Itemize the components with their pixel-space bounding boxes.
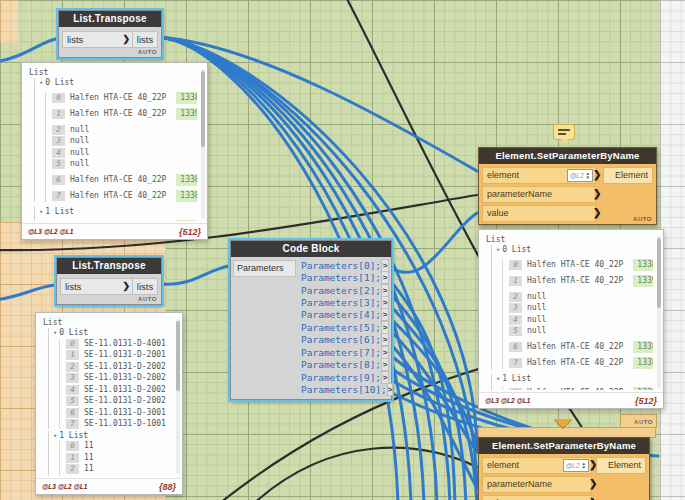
list-group-label[interactable]: ▾0 List <box>496 245 653 254</box>
code-line[interactable]: Parameters[2];> <box>295 284 390 296</box>
code-line[interactable]: Parameters[1];> <box>295 271 390 283</box>
note-line <box>558 133 566 135</box>
list-item: 6Halfen HTA-CE 40_22P13387957 <box>509 341 653 353</box>
code-output-port[interactable]: > <box>381 321 389 334</box>
expander-icon[interactable]: ▾ <box>496 375 500 383</box>
lacing-badge[interactable]: AUTO <box>138 296 157 302</box>
value-chip: 13389849 <box>633 387 653 390</box>
list-group-label[interactable]: ▾1 List <box>53 431 172 440</box>
code-output-port[interactable]: > <box>381 358 389 371</box>
value-chip: 13389849 <box>176 220 197 221</box>
node-list-transpose-2[interactable]: List.Transpose lists ❯ lists AUTO <box>56 257 162 305</box>
code-line[interactable]: Parameters[5];> <box>295 321 390 333</box>
list-group-label[interactable]: ▾1 List <box>496 374 653 383</box>
level-spinner-icon[interactable]: ▲▼ <box>582 462 586 470</box>
output-port-element[interactable]: Element <box>596 457 646 474</box>
list-preview: List ▾0 List0SE-11.0131-D-40011SE-11.013… <box>43 318 172 476</box>
output-port-lists[interactable]: lists <box>132 278 158 295</box>
use-levels-control[interactable]: @L2 ▲▼ <box>563 459 589 472</box>
input-port-value[interactable]: value <box>482 205 596 222</box>
node-set-parameter-bottom[interactable]: Element.SetParameterByName element @L2 ▲… <box>478 437 650 500</box>
list-group-label[interactable]: ▾1 List <box>39 207 197 216</box>
item-count: {512} <box>635 396 657 406</box>
levels-label[interactable]: @L3 @L2 @L1 <box>485 397 530 404</box>
expander-icon[interactable]: ▾ <box>53 329 57 337</box>
item-text: SE-11.0131-D-2001 <box>84 350 166 359</box>
input-chevron-icon: ❯ <box>122 32 130 47</box>
levels-label[interactable]: @L3 @L2 @L1 <box>42 483 87 490</box>
code-line[interactable]: Parameters[9];> <box>295 371 390 383</box>
output-port-element[interactable]: Element <box>603 167 653 184</box>
code-line[interactable]: Parameters[0];> <box>295 259 390 271</box>
preview-bubble-left[interactable]: List ▾0 List0Halfen HTA-CE 40_22P1338945… <box>21 62 208 240</box>
code-line[interactable]: Parameters[4];> <box>295 309 390 321</box>
list-item: 1Halfen HTA-CE 40_22P13390138 <box>52 108 197 120</box>
node-title[interactable]: Code Block <box>231 241 391 257</box>
list-preview: List ▾0 List0Halfen HTA-CE 40_22P1338945… <box>29 68 197 221</box>
port-chevron-icon[interactable]: ❯ <box>593 207 601 218</box>
port-chevron-icon[interactable]: ❯ <box>589 478 597 489</box>
port-chevron-icon[interactable]: ❯ <box>593 188 601 199</box>
code-line[interactable]: Parameters[6];> <box>295 334 390 346</box>
code-output-port[interactable]: > <box>387 383 394 396</box>
node-set-parameter-top[interactable]: Element.SetParameterByName element @L2 ▲… <box>478 147 657 225</box>
code-output-port[interactable]: > <box>381 346 389 359</box>
scrollbar-thumb[interactable] <box>201 71 205 147</box>
scrollbar-thumb[interactable] <box>657 238 661 308</box>
item-index: 6 <box>509 342 522 352</box>
level-value: @L2 <box>570 168 584 183</box>
preview-bubble-right[interactable]: List ▾0 List0Halfen HTA-CE 40_22P1338945… <box>478 229 664 409</box>
input-port-parametername[interactable]: parameterName <box>482 476 592 493</box>
list-item: 4null <box>52 148 197 158</box>
code-line[interactable]: Parameters[7];> <box>295 346 390 358</box>
input-port-value[interactable]: value <box>482 495 592 500</box>
lacing-badge[interactable]: AUTO <box>633 216 652 222</box>
list-group-label[interactable]: ▾0 List <box>53 328 172 337</box>
expander-icon[interactable]: ▾ <box>496 246 500 254</box>
expander-icon[interactable]: ▾ <box>39 79 43 87</box>
code-line[interactable]: Parameters[3];> <box>295 296 390 308</box>
node-title[interactable]: Element.SetParameterByName <box>479 148 656 164</box>
code-block-lines[interactable]: Parameters[0];>Parameters[1];>Parameters… <box>295 259 390 396</box>
code-line[interactable]: Parameters[10];> <box>295 383 390 395</box>
code-output-port[interactable]: > <box>381 333 389 346</box>
code-output-port[interactable]: > <box>381 271 389 284</box>
node-title[interactable]: Element.SetParameterByName <box>479 438 649 454</box>
input-port-parametername[interactable]: parameterName <box>482 186 596 203</box>
node-list-transpose-1[interactable]: List.Transpose lists ❯ lists AUTO <box>58 10 162 58</box>
port-chevron-icon[interactable]: ❯ <box>593 169 601 180</box>
input-port-element[interactable]: element @L2 ▲▼ <box>482 167 596 184</box>
input-port-lists[interactable]: lists ❯ <box>60 278 134 295</box>
levels-label[interactable]: @L3 @L2 @L1 <box>28 228 73 235</box>
use-levels-control[interactable]: @L2 ▲▼ <box>567 169 593 182</box>
code-output-port[interactable]: > <box>381 371 389 384</box>
preview-bubble-bottom[interactable]: List ▾0 List0SE-11.0131-D-40011SE-11.013… <box>35 312 183 495</box>
input-port-label: value <box>487 208 509 218</box>
input-port-lists[interactable]: lists ❯ <box>62 31 134 48</box>
value-chip: 13389064 <box>176 190 197 202</box>
collapse-chevron-icon[interactable] <box>554 419 572 428</box>
output-port-lists[interactable]: lists <box>132 31 158 48</box>
note-icon[interactable] <box>553 124 575 140</box>
dynamo-canvas[interactable]: List.Transpose lists ❯ lists AUTO List ▾… <box>0 0 685 500</box>
item-text: Halfen HTA-CE 40_22P <box>527 358 623 367</box>
code-output-port[interactable]: > <box>381 296 389 309</box>
code-output-port[interactable]: > <box>381 284 389 297</box>
list-group-label[interactable]: ▾0 List <box>39 78 197 87</box>
expander-icon[interactable]: ▾ <box>39 208 43 216</box>
lacing-badge[interactable]: AUTO <box>138 49 157 55</box>
code-output-port[interactable]: > <box>381 259 389 272</box>
scrollbar-thumb[interactable] <box>176 321 180 391</box>
code-line[interactable]: Parameters[8];> <box>295 359 390 371</box>
node-code-block[interactable]: Code Block Parameters Parameters[0];>Par… <box>230 240 392 400</box>
input-port-element[interactable]: element @L2 ▲▼ <box>482 457 592 474</box>
output-port-label: Element <box>608 460 641 470</box>
node-title[interactable]: List.Transpose <box>59 11 161 27</box>
expander-icon[interactable]: ▾ <box>53 432 57 440</box>
input-port-parameters[interactable]: Parameters <box>233 260 296 277</box>
node-title[interactable]: List.Transpose <box>57 258 161 274</box>
item-text: SE-11.0131-D-4001 <box>84 339 166 348</box>
level-spinner-icon[interactable]: ▲▼ <box>586 172 590 180</box>
item-index: 4 <box>509 315 522 325</box>
code-output-port[interactable]: > <box>381 308 389 321</box>
